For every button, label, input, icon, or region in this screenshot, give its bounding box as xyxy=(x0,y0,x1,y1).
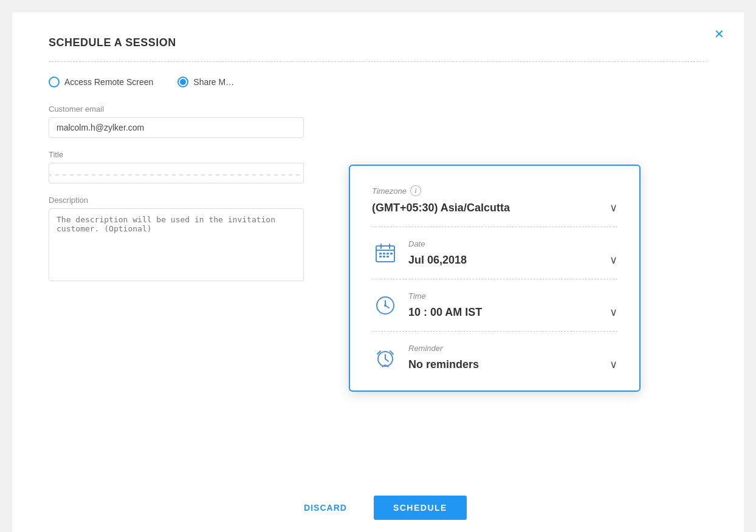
customer-email-group: Customer email xyxy=(49,104,707,138)
timezone-label-row: Timezone i xyxy=(372,185,617,196)
reminder-content: Reminder No reminders ∨ xyxy=(408,344,617,371)
svg-rect-7 xyxy=(390,253,393,254)
svg-line-17 xyxy=(385,359,388,361)
title-label: Title xyxy=(49,150,707,159)
outer-container: ✕ ∨ ∨ ∨ ∨ SCHEDULE A SESSION Access Remo… xyxy=(12,12,744,532)
time-chevron-icon: ∨ xyxy=(610,305,617,319)
svg-rect-5 xyxy=(383,253,385,254)
timezone-chevron-icon: ∨ xyxy=(610,201,617,214)
reminder-value-row[interactable]: No reminders ∨ xyxy=(408,358,617,371)
date-value: Jul 06,2018 xyxy=(408,254,467,267)
date-section: Date Jul 06,2018 ∨ xyxy=(372,227,617,279)
timezone-info-icon[interactable]: i xyxy=(410,185,421,196)
reminder-label: Reminder xyxy=(408,344,617,353)
reminder-value: No reminders xyxy=(408,358,479,371)
timezone-label: Timezone xyxy=(372,186,407,196)
bottom-buttons: DISCARD SCHEDULE xyxy=(12,496,744,520)
schedule-button[interactable]: SCHEDULE xyxy=(374,496,467,520)
time-label: Time xyxy=(408,292,617,301)
radio-empty-icon xyxy=(49,77,60,87)
radio-share-my[interactable]: Share M… xyxy=(177,77,234,87)
radio-filled-icon xyxy=(177,77,188,87)
date-chevron-icon: ∨ xyxy=(610,253,617,267)
timezone-value-row[interactable]: (GMT+05:30) Asia/Calcutta ∨ xyxy=(372,201,617,214)
time-row: Time 10 : 00 AM IST ∨ xyxy=(372,292,617,319)
svg-rect-4 xyxy=(379,253,382,254)
popup-card: Timezone i (GMT+05:30) Asia/Calcutta ∨ xyxy=(349,165,641,392)
svg-rect-9 xyxy=(383,256,385,257)
date-content: Date Jul 06,2018 ∨ xyxy=(408,239,617,267)
timezone-section: Timezone i (GMT+05:30) Asia/Calcutta ∨ xyxy=(372,185,617,227)
description-textarea[interactable] xyxy=(49,208,304,281)
time-content: Time 10 : 00 AM IST ∨ xyxy=(408,292,617,319)
svg-point-14 xyxy=(384,304,387,307)
date-row: Date Jul 06,2018 ∨ xyxy=(372,239,617,267)
reminder-section: Reminder No reminders ∨ xyxy=(372,332,617,371)
time-value-row[interactable]: 10 : 00 AM IST ∨ xyxy=(408,305,617,319)
radio-access-label: Access Remote Screen xyxy=(64,77,153,87)
calendar-icon xyxy=(372,240,399,267)
customer-email-input[interactable] xyxy=(49,117,304,138)
time-value: 10 : 00 AM IST xyxy=(408,306,482,319)
close-button[interactable]: ✕ xyxy=(714,27,724,41)
date-label: Date xyxy=(408,239,617,248)
reminder-row: Reminder No reminders ∨ xyxy=(372,344,617,371)
radio-access-remote[interactable]: Access Remote Screen xyxy=(49,77,153,87)
discard-button[interactable]: DISCARD xyxy=(289,496,362,520)
radio-share-label: Share M… xyxy=(193,77,234,87)
reminder-chevron-icon: ∨ xyxy=(610,358,617,371)
customer-email-label: Customer email xyxy=(49,104,707,114)
radio-row: Access Remote Screen Share M… xyxy=(49,77,707,87)
form-title: SCHEDULE A SESSION xyxy=(49,36,707,49)
svg-rect-10 xyxy=(387,256,389,257)
title-input[interactable] xyxy=(49,163,304,183)
svg-rect-6 xyxy=(387,253,389,254)
svg-rect-8 xyxy=(379,256,382,257)
form-divider xyxy=(49,61,707,62)
timezone-value: (GMT+05:30) Asia/Calcutta xyxy=(372,202,510,214)
alarm-icon xyxy=(372,344,399,371)
date-value-row[interactable]: Jul 06,2018 ∨ xyxy=(408,253,617,267)
clock-icon xyxy=(372,292,399,319)
time-section: Time 10 : 00 AM IST ∨ xyxy=(372,279,617,332)
